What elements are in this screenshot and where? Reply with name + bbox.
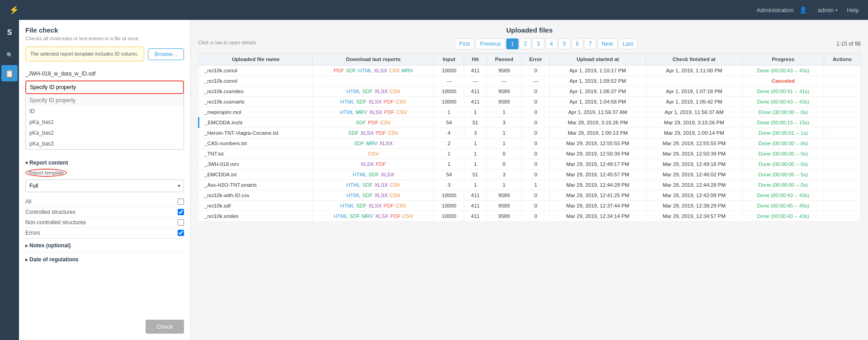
report-link-sdf[interactable]: SDF — [362, 89, 373, 94]
report-link-pdf[interactable]: PDF — [384, 109, 395, 115]
report-link-mrv[interactable]: MRV — [366, 141, 377, 146]
page-previous[interactable]: Previous — [475, 38, 505, 49]
dropdown-item-pka1[interactable]: pKa_bas1 — [26, 117, 184, 128]
table-row[interactable]: _nci10k.smilesHTMLSDFMRVXLSXPDFCSV100004… — [199, 211, 861, 222]
report-link-csv[interactable]: CSV — [390, 89, 401, 94]
report-link-csv[interactable]: CSV — [368, 151, 379, 156]
report-link-sdf[interactable]: SDF — [362, 182, 373, 188]
table-row[interactable]: _nci10k.cxsmartsHTMLSDFXLSXPDFCSV1000041… — [199, 97, 861, 107]
specify-id-select[interactable]: Specify ID property ID pKa_bas1 pKa_bas2… — [25, 80, 184, 94]
report-link-csv[interactable]: CSV — [380, 120, 391, 125]
table-row[interactable]: _nci10k.cxsmilesHTMLSDFXLSXCSV1000041195… — [199, 86, 861, 97]
report-link-html[interactable]: HTML — [340, 203, 354, 208]
report-link-xlsx[interactable]: XLSX — [379, 141, 392, 146]
report-link-html[interactable]: HTML — [358, 68, 372, 73]
sidebar-item-search[interactable]: 🔍 — [1, 47, 18, 63]
report-link-csv[interactable]: CSV — [396, 99, 406, 104]
report-link-sdf[interactable]: SDF — [354, 141, 364, 146]
dropdown-item-pka3[interactable]: pKa_bas3 — [26, 138, 184, 149]
report-link-csv[interactable]: CSV — [390, 182, 401, 188]
report-link-html[interactable]: HTML — [346, 182, 360, 188]
report-link-sdf[interactable]: SDF — [356, 99, 367, 104]
page-2[interactable]: 2 — [519, 38, 532, 49]
report-link-xlsx[interactable]: XLSX — [374, 182, 387, 188]
report-link-sdf[interactable]: SDF — [346, 68, 356, 73]
page-4[interactable]: 4 — [545, 38, 557, 49]
report-link-sdf[interactable]: SDF — [356, 120, 366, 125]
report-link-pdf[interactable]: PDF — [390, 213, 401, 219]
table-row[interactable]: _nci10k.sdfHTMLSDFXLSXPDFCSV100004119589… — [199, 201, 861, 211]
table-row[interactable]: _nci10k.csmol------------Apr 1, 2019, 1:… — [199, 76, 861, 86]
page-5[interactable]: 5 — [558, 38, 571, 49]
report-link-xlsx[interactable]: XLSX — [369, 109, 382, 115]
report-link-html[interactable]: HTML — [346, 89, 360, 94]
report-link-xlsx[interactable]: XLSX — [368, 203, 382, 208]
checkbox-all-input[interactable] — [178, 198, 184, 205]
report-link-mrv[interactable]: MRV — [362, 213, 373, 219]
report-link-html[interactable]: HTML — [353, 172, 367, 177]
dropdown-item-pka2[interactable]: pKa_bas2 — [26, 128, 184, 138]
report-link-csv[interactable]: CSV — [402, 213, 413, 219]
report-link-pdf[interactable]: PDF — [368, 120, 378, 125]
table-row[interactable]: _nci10k-with-ID.csvHTMLSDFXLSXCSV1000041… — [199, 190, 861, 201]
report-link-xlsx[interactable]: XLSX — [360, 130, 373, 136]
table-row[interactable]: _mepirapim.molHTMLMRVXLSXPDFCSV1110Apr 1… — [199, 107, 861, 118]
admin-link[interactable]: admin — [818, 7, 834, 14]
report-link-sdf[interactable]: SDF — [349, 213, 360, 219]
report-template-select[interactable]: Full Summary Minimal — [25, 179, 184, 192]
page-first[interactable]: First — [455, 38, 474, 49]
report-link-pdf[interactable]: PDF — [383, 99, 394, 104]
table-row[interactable]: _EMCDDA.inchiSDFPDFCSV545130Mar 29, 2019… — [199, 118, 861, 128]
report-link-sdf[interactable]: SDF — [348, 130, 359, 136]
report-link-sdf[interactable]: SDF — [356, 203, 367, 208]
report-link-csv[interactable]: CSV — [388, 130, 399, 136]
report-link-html[interactable]: HTML — [340, 109, 354, 115]
sidebar-item-filecheck[interactable]: 📋 — [1, 65, 18, 81]
report-link-html[interactable]: HTML — [340, 99, 354, 104]
report-link-html[interactable]: HTML — [334, 213, 348, 219]
table-row[interactable]: _nci10k.csmolPDFSDFHTMLXLSXCSVMRV1000041… — [199, 66, 861, 76]
report-content-header[interactable]: Report content — [25, 160, 184, 166]
report-link-mrv[interactable]: MRV — [356, 109, 367, 115]
page-1[interactable]: 1 — [506, 38, 519, 49]
sidebar-logo[interactable]: S — [1, 24, 18, 41]
table-row[interactable]: _EMCDDA.txtHTMLSDFXLSX545130Mar 29, 2019… — [199, 170, 861, 180]
checkbox-non-controlled-input[interactable] — [178, 219, 184, 226]
dropdown-item-specify[interactable]: Specify ID property — [26, 95, 184, 106]
report-link-xlsx[interactable]: XLSX — [368, 99, 382, 104]
check-button[interactable]: Check — [146, 320, 184, 334]
browse-button[interactable]: Browse... — [148, 48, 184, 60]
report-link-mrv[interactable]: MRV — [401, 68, 413, 73]
checkbox-errors-input[interactable] — [178, 230, 184, 236]
report-link-csv[interactable]: CSV — [396, 203, 406, 208]
report-link-sdf[interactable]: SDF — [368, 172, 379, 177]
date-section[interactable]: Date of regulations — [25, 252, 184, 266]
report-link-csv[interactable]: CSV — [396, 109, 407, 115]
page-6[interactable]: 6 — [571, 38, 584, 49]
report-link-xlsx[interactable]: XLSX — [361, 161, 374, 167]
page-3[interactable]: 3 — [532, 38, 544, 49]
report-link-xlsx[interactable]: XLSX — [374, 193, 387, 198]
notes-section[interactable]: Notes (optional) — [25, 238, 184, 252]
report-link-sdf[interactable]: SDF — [362, 193, 373, 198]
report-link-csv[interactable]: CSV — [389, 68, 400, 73]
table-row[interactable]: _Asx-H2O-TNT.smartsHTMLSDFXLSXCSV3111Mar… — [199, 180, 861, 190]
report-link-xlsx[interactable]: XLSX — [375, 213, 388, 219]
checkbox-controlled-input[interactable] — [178, 209, 184, 215]
admin-dropdown-arrow[interactable]: ▾ — [835, 8, 838, 13]
report-link-xlsx[interactable]: XLSX — [374, 68, 387, 73]
report-link-pdf[interactable]: PDF — [376, 130, 386, 136]
page-next[interactable]: Next — [597, 38, 618, 49]
page-7[interactable]: 7 — [584, 38, 596, 49]
report-link-csv[interactable]: CSV — [390, 193, 401, 198]
table-row[interactable]: _TNT.txtCSV1100Mar 29, 2019, 12:50:39 PM… — [199, 149, 861, 159]
table-row[interactable]: _CAS-numbers.txtSDFMRVXLSX2110Mar 29, 20… — [199, 138, 861, 149]
dropdown-item-id[interactable]: ID — [26, 106, 184, 117]
help-link[interactable]: Help — [847, 7, 859, 14]
page-last[interactable]: Last — [618, 38, 638, 49]
table-row[interactable]: _JWH-018.mrvXLSXPDF1100Mar 29, 2019, 12:… — [199, 159, 861, 170]
administration-link[interactable]: Administration — [756, 7, 793, 14]
report-link-xlsx[interactable]: XLSX — [374, 89, 387, 94]
table-row[interactable]: _Heroin-TNT-Viagra-Cocaine.txtSDFXLSXPDF… — [199, 128, 861, 138]
report-link-pdf[interactable]: PDF — [383, 203, 394, 208]
